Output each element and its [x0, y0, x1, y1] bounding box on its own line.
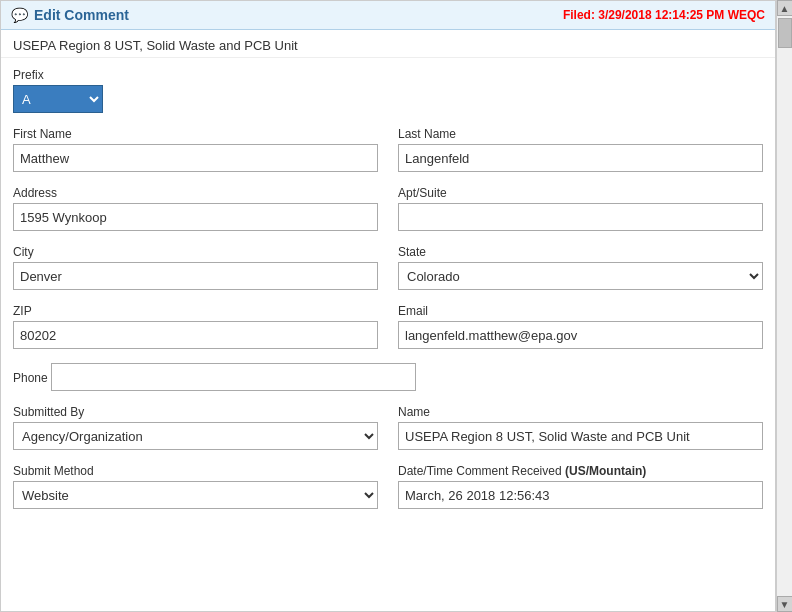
datetime-label: Date/Time Comment Received (US/Mountain): [398, 464, 763, 478]
comment-icon: 💬: [11, 7, 28, 23]
submit-datetime-row: Submit Method Website Email Mail Phone D…: [13, 464, 763, 509]
form-body: Prefix A Mr. Ms. Dr. First Name Last Nam…: [1, 58, 775, 533]
last-name-label: Last Name: [398, 127, 763, 141]
submitted-by-label: Submitted By: [13, 405, 378, 419]
edit-comment-header: 💬 Edit Comment Filed: 3/29/2018 12:14:25…: [1, 1, 775, 30]
state-select[interactable]: Colorado Alabama Alaska Arizona: [398, 262, 763, 290]
state-group: State Colorado Alabama Alaska Arizona: [398, 245, 763, 290]
phone-group: Phone: [13, 363, 763, 391]
submit-method-select[interactable]: Website Email Mail Phone: [13, 481, 378, 509]
city-state-row: City State Colorado Alabama Alaska Arizo…: [13, 245, 763, 290]
submitted-name-row: Submitted By Agency/Organization Individ…: [13, 405, 763, 450]
outer-container: 💬 Edit Comment Filed: 3/29/2018 12:14:25…: [0, 0, 792, 612]
submitted-by-group: Submitted By Agency/Organization Individ…: [13, 405, 378, 450]
email-label: Email: [398, 304, 763, 318]
name-label: Name: [398, 405, 763, 419]
last-name-input[interactable]: [398, 144, 763, 172]
prefix-label: Prefix: [13, 68, 763, 82]
name-row: First Name Last Name: [13, 127, 763, 172]
phone-label: Phone: [13, 371, 48, 385]
apt-suite-input[interactable]: [398, 203, 763, 231]
name-group: Name: [398, 405, 763, 450]
city-group: City: [13, 245, 378, 290]
first-name-group: First Name: [13, 127, 378, 172]
apt-suite-group: Apt/Suite: [398, 186, 763, 231]
prefix-group: Prefix A Mr. Ms. Dr.: [13, 68, 763, 113]
zip-input[interactable]: [13, 321, 378, 349]
submit-method-label: Submit Method: [13, 464, 378, 478]
email-input[interactable]: [398, 321, 763, 349]
header-title: Edit Comment: [34, 7, 129, 23]
state-label: State: [398, 245, 763, 259]
scroll-up-button[interactable]: ▲: [777, 0, 793, 16]
scroll-down-button[interactable]: ▼: [777, 596, 793, 612]
scrollbar: ▲ ▼: [776, 0, 792, 612]
email-group: Email: [398, 304, 763, 349]
apt-suite-label: Apt/Suite: [398, 186, 763, 200]
form-subtitle: USEPA Region 8 UST, Solid Waste and PCB …: [1, 30, 775, 58]
zip-group: ZIP: [13, 304, 378, 349]
datetime-input[interactable]: [398, 481, 763, 509]
zip-label: ZIP: [13, 304, 378, 318]
address-input[interactable]: [13, 203, 378, 231]
submitted-by-select[interactable]: Agency/Organization Individual Other: [13, 422, 378, 450]
first-name-input[interactable]: [13, 144, 378, 172]
first-name-label: First Name: [13, 127, 378, 141]
city-input[interactable]: [13, 262, 378, 290]
last-name-group: Last Name: [398, 127, 763, 172]
main-panel: 💬 Edit Comment Filed: 3/29/2018 12:14:25…: [0, 0, 776, 612]
city-label: City: [13, 245, 378, 259]
phone-input[interactable]: [51, 363, 416, 391]
datetime-group: Date/Time Comment Received (US/Mountain): [398, 464, 763, 509]
submit-method-group: Submit Method Website Email Mail Phone: [13, 464, 378, 509]
filed-status: Filed: 3/29/2018 12:14:25 PM WEQC: [563, 8, 765, 22]
prefix-select[interactable]: A Mr. Ms. Dr.: [13, 85, 103, 113]
name-input[interactable]: [398, 422, 763, 450]
address-label: Address: [13, 186, 378, 200]
address-group: Address: [13, 186, 378, 231]
scroll-thumb[interactable]: [778, 18, 792, 48]
address-row: Address Apt/Suite: [13, 186, 763, 231]
zip-email-row: ZIP Email: [13, 304, 763, 349]
